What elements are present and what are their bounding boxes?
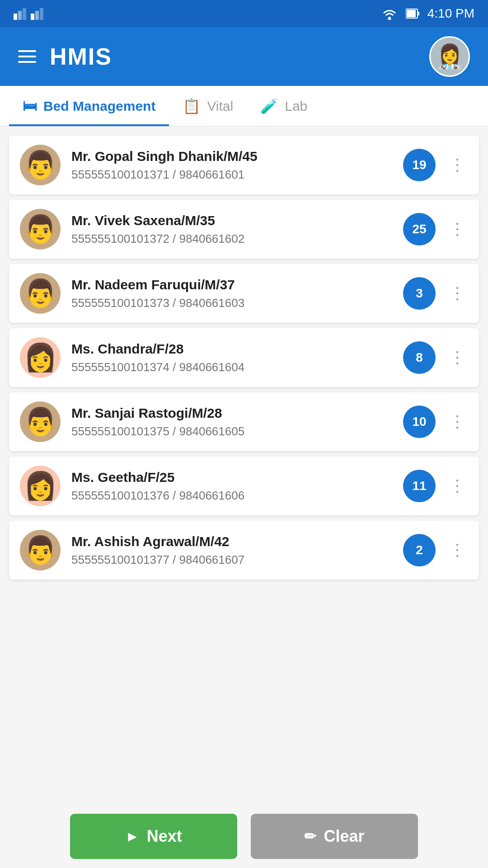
patient-id-3: 555555100101374 / 9840661604 <box>71 360 392 374</box>
patient-id-6: 555555100101377 / 9840661607 <box>71 553 392 567</box>
svg-point-6 <box>388 17 391 19</box>
bed-badge-2: 3 <box>403 277 436 310</box>
patient-name-1: Mr. Vivek Saxena/M/35 <box>71 213 392 228</box>
svg-marker-3 <box>31 14 34 20</box>
time-display: 4:10 PM <box>427 6 474 21</box>
svg-marker-4 <box>35 11 39 20</box>
wifi-icon <box>381 7 398 20</box>
more-options-5[interactable]: ⋮ <box>446 476 468 495</box>
patient-name-5: Ms. Geetha/F/25 <box>71 470 392 485</box>
menu-line-3 <box>18 61 36 63</box>
bed-badge-4: 10 <box>403 406 436 438</box>
bed-badge-1: 25 <box>403 213 436 245</box>
patient-list: 👨 Mr. Gopal Singh Dhanik/M/45 5555551001… <box>0 131 488 584</box>
svg-marker-2 <box>23 8 26 20</box>
patient-name-3: Ms. Chandra/F/28 <box>71 341 392 357</box>
patient-id-5: 555555100101376 / 9840661606 <box>71 489 392 503</box>
patient-card-5[interactable]: 👩 Ms. Geetha/F/25 555555100101376 / 9840… <box>9 457 479 515</box>
svg-marker-0 <box>14 14 17 20</box>
menu-button[interactable] <box>18 50 36 63</box>
patient-info-4: Mr. Sanjai Rastogi/M/28 555555100101375 … <box>71 406 392 439</box>
signal-icon-1 <box>14 7 26 20</box>
battery-icon <box>406 7 419 20</box>
patient-photo-6: 👨 <box>20 530 61 571</box>
tab-bed-management-label: Bed Management <box>43 99 155 114</box>
bed-badge-5: 11 <box>403 470 436 502</box>
bed-badge-3: 8 <box>403 341 436 374</box>
patient-photo-5: 👩 <box>20 466 61 506</box>
vital-icon: 📋 <box>183 98 201 115</box>
signal-icon-2 <box>31 7 43 20</box>
signal-indicators <box>14 7 43 20</box>
header-left: HMIS <box>18 43 112 70</box>
user-avatar[interactable] <box>429 36 470 77</box>
patient-card-3[interactable]: 👩 Ms. Chandra/F/28 555555100101374 / 984… <box>9 328 479 387</box>
patient-name-4: Mr. Sanjai Rastogi/M/28 <box>71 406 392 421</box>
bed-icon: 🛏 <box>23 98 37 114</box>
svg-marker-5 <box>40 8 43 20</box>
patient-card-0[interactable]: 👨 Mr. Gopal Singh Dhanik/M/45 5555551001… <box>9 136 479 194</box>
patient-id-1: 555555100101372 / 9840661602 <box>71 232 392 246</box>
patient-name-0: Mr. Gopal Singh Dhanik/M/45 <box>71 149 392 164</box>
patient-info-6: Mr. Ashish Agrawal/M/42 555555100101377 … <box>71 534 392 567</box>
patient-id-0: 555555100101371 / 9840661601 <box>71 168 392 182</box>
more-options-0[interactable]: ⋮ <box>446 156 468 175</box>
clear-button[interactable]: ✏ Clear <box>251 814 418 859</box>
tab-vital[interactable]: 📋 Vital <box>169 86 247 126</box>
patient-info-3: Ms. Chandra/F/28 555555100101374 / 98406… <box>71 341 392 374</box>
status-bar: 4:10 PM <box>0 0 488 27</box>
patient-name-2: Mr. Nadeem Faruqui/M/37 <box>71 277 392 292</box>
more-options-1[interactable]: ⋮ <box>446 220 468 239</box>
status-indicators: 4:10 PM <box>381 6 474 21</box>
patient-info-5: Ms. Geetha/F/25 555555100101376 / 984066… <box>71 470 392 503</box>
clear-icon: ✏ <box>304 828 316 845</box>
app-title: HMIS <box>50 43 112 70</box>
tab-lab[interactable]: 🧪 Lab <box>247 86 321 126</box>
bed-badge-0: 19 <box>403 149 436 181</box>
more-options-3[interactable]: ⋮ <box>446 348 468 367</box>
patient-photo-3: 👩 <box>20 337 61 378</box>
more-options-2[interactable]: ⋮ <box>446 284 468 303</box>
tab-bed-management[interactable]: 🛏 Bed Management <box>9 86 169 126</box>
patient-id-4: 555555100101375 / 9840661605 <box>71 425 392 439</box>
bottom-actions: ► Next ✏ Clear <box>0 805 488 868</box>
next-button[interactable]: ► Next <box>70 814 237 859</box>
patient-photo-4: 👨 <box>20 401 61 442</box>
menu-line-1 <box>18 50 36 52</box>
lab-icon: 🧪 <box>260 98 278 115</box>
patient-name-6: Mr. Ashish Agrawal/M/42 <box>71 534 392 549</box>
patient-photo-1: 👨 <box>20 209 61 250</box>
app-header: HMIS <box>0 27 488 86</box>
tab-vital-label: Vital <box>207 99 233 114</box>
patient-photo-0: 👨 <box>20 145 61 185</box>
more-options-6[interactable]: ⋮ <box>446 541 468 560</box>
patient-card-6[interactable]: 👨 Mr. Ashish Agrawal/M/42 55555510010137… <box>9 521 479 580</box>
svg-rect-9 <box>407 10 416 17</box>
bed-badge-6: 2 <box>403 534 436 566</box>
patient-card-1[interactable]: 👨 Mr. Vivek Saxena/M/35 555555100101372 … <box>9 200 479 259</box>
svg-rect-8 <box>418 12 419 15</box>
next-label: Next <box>147 827 182 846</box>
patient-info-2: Mr. Nadeem Faruqui/M/37 555555100101373 … <box>71 277 392 310</box>
patient-id-2: 555555100101373 / 9840661603 <box>71 296 392 310</box>
patient-card-2[interactable]: 👨 Mr. Nadeem Faruqui/M/37 55555510010137… <box>9 264 479 323</box>
patient-photo-2: 👨 <box>20 273 61 314</box>
patient-card-4[interactable]: 👨 Mr. Sanjai Rastogi/M/28 55555510010137… <box>9 392 479 451</box>
clear-label: Clear <box>324 827 364 846</box>
menu-line-2 <box>18 56 36 57</box>
tab-bar: 🛏 Bed Management 📋 Vital 🧪 Lab <box>0 86 488 127</box>
tab-lab-label: Lab <box>285 99 307 114</box>
patient-info-0: Mr. Gopal Singh Dhanik/M/45 555555100101… <box>71 149 392 182</box>
next-icon: ► <box>125 828 140 845</box>
patient-info-1: Mr. Vivek Saxena/M/35 555555100101372 / … <box>71 213 392 246</box>
more-options-4[interactable]: ⋮ <box>446 412 468 431</box>
svg-marker-1 <box>18 11 22 20</box>
